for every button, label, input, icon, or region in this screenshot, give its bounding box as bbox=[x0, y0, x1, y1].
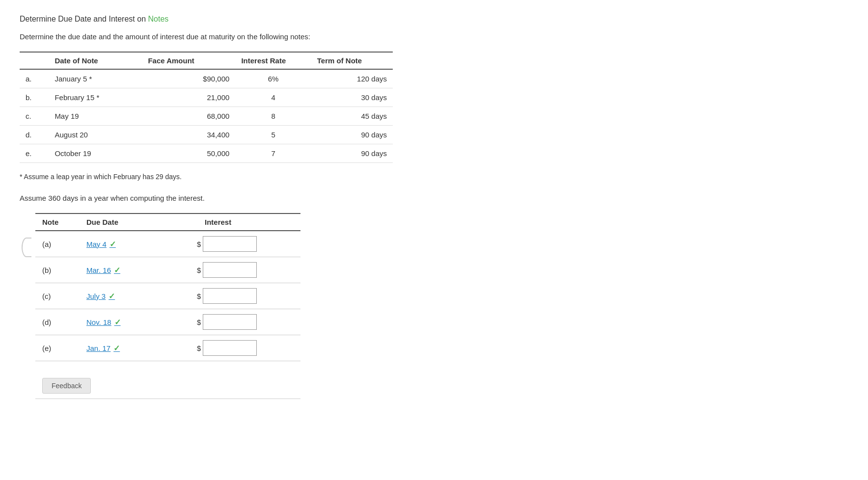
row-date: October 19 bbox=[49, 144, 142, 163]
answer-section: Note Due Date Interest (a) May 4 ✓ $ (b) bbox=[20, 213, 848, 399]
th-interest-rate: Interest Rate bbox=[235, 52, 311, 69]
interest-input-a[interactable] bbox=[203, 236, 257, 252]
due-date-text: July 3 bbox=[86, 292, 106, 300]
due-date-text: Mar. 16 bbox=[86, 266, 111, 274]
data-table-row: e. October 19 50,000 7 90 days bbox=[20, 144, 393, 163]
feedback-button[interactable]: Feedback bbox=[42, 378, 91, 394]
data-table: Date of Note Face Amount Interest Rate T… bbox=[20, 52, 393, 163]
answer-due-date: Jan. 17 ✓ bbox=[80, 335, 190, 361]
row-date: February 15 * bbox=[49, 88, 142, 107]
row-amount: 34,400 bbox=[142, 126, 235, 144]
data-table-row: b. February 15 * 21,000 4 30 days bbox=[20, 88, 393, 107]
feedback-cell: Feedback bbox=[35, 361, 300, 399]
row-rate: 5 bbox=[235, 126, 311, 144]
row-date: May 19 bbox=[49, 107, 142, 126]
th-note: Note bbox=[35, 213, 80, 231]
interest-input-e[interactable] bbox=[203, 340, 257, 356]
row-label: e. bbox=[20, 144, 49, 163]
data-table-row: a. January 5 * $90,000 6% 120 days bbox=[20, 69, 393, 88]
footnote-text: * Assume a leap year in which February h… bbox=[20, 173, 848, 181]
answer-note-label: (d) bbox=[35, 309, 80, 335]
row-amount: 68,000 bbox=[142, 107, 235, 126]
th-date-of-note: Date of Note bbox=[49, 52, 142, 69]
row-rate: 8 bbox=[235, 107, 311, 126]
answer-note-label: (a) bbox=[35, 231, 80, 257]
row-amount: 21,000 bbox=[142, 88, 235, 107]
data-table-row: d. August 20 34,400 5 90 days bbox=[20, 126, 393, 144]
answer-table-row: (b) Mar. 16 ✓ $ bbox=[35, 257, 300, 283]
checkmark-icon: ✓ bbox=[113, 344, 120, 353]
answer-table-row: (a) May 4 ✓ $ bbox=[35, 231, 300, 257]
checkmark-icon: ✓ bbox=[114, 266, 120, 275]
row-label: c. bbox=[20, 107, 49, 126]
row-label: d. bbox=[20, 126, 49, 144]
answer-due-date: May 4 ✓ bbox=[80, 231, 190, 257]
left-arrow-indicator bbox=[20, 233, 33, 262]
answer-table: Note Due Date Interest (a) May 4 ✓ $ (b) bbox=[35, 213, 300, 399]
row-amount: $90,000 bbox=[142, 69, 235, 88]
th-interest: Interest bbox=[190, 213, 300, 231]
data-table-row: c. May 19 68,000 8 45 days bbox=[20, 107, 393, 126]
arrow-shape bbox=[22, 238, 31, 257]
row-date: August 20 bbox=[49, 126, 142, 144]
due-date-text: May 4 bbox=[86, 240, 107, 248]
interest-input-b[interactable] bbox=[203, 262, 257, 278]
row-date: January 5 * bbox=[49, 69, 142, 88]
row-term: 30 days bbox=[311, 88, 393, 107]
th-due-date: Due Date bbox=[80, 213, 190, 231]
row-amount: 50,000 bbox=[142, 144, 235, 163]
row-rate: 6% bbox=[235, 69, 311, 88]
th-term-of-note: Term of Note bbox=[311, 52, 393, 69]
row-term: 45 days bbox=[311, 107, 393, 126]
answer-interest-cell: $ bbox=[190, 335, 300, 361]
answer-table-row: (c) July 3 ✓ $ bbox=[35, 283, 300, 309]
dollar-sign: $ bbox=[197, 292, 201, 300]
answer-interest-cell: $ bbox=[190, 231, 300, 257]
row-term: 120 days bbox=[311, 69, 393, 88]
answer-note-label: (c) bbox=[35, 283, 80, 309]
assumption-text: Assume 360 days in a year when computing… bbox=[20, 194, 848, 202]
answer-table-row: (e) Jan. 17 ✓ $ bbox=[35, 335, 300, 361]
checkmark-icon: ✓ bbox=[109, 240, 116, 249]
dollar-sign: $ bbox=[197, 344, 201, 352]
dollar-sign: $ bbox=[197, 318, 201, 326]
answer-due-date: July 3 ✓ bbox=[80, 283, 190, 309]
row-term: 90 days bbox=[311, 144, 393, 163]
answer-due-date: Nov. 18 ✓ bbox=[80, 309, 190, 335]
row-term: 90 days bbox=[311, 126, 393, 144]
checkmark-icon: ✓ bbox=[108, 292, 115, 301]
due-date-text: Jan. 17 bbox=[86, 344, 110, 352]
due-date-text: Nov. 18 bbox=[86, 318, 111, 326]
page-title: Determine Due Date and Interest on Notes bbox=[20, 15, 848, 24]
answer-due-date: Mar. 16 ✓ bbox=[80, 257, 190, 283]
interest-input-d[interactable] bbox=[203, 314, 257, 330]
interest-input-c[interactable] bbox=[203, 288, 257, 304]
answer-note-label: (e) bbox=[35, 335, 80, 361]
feedback-row: Feedback bbox=[35, 361, 300, 399]
answer-table-row: (d) Nov. 18 ✓ $ bbox=[35, 309, 300, 335]
row-label: b. bbox=[20, 88, 49, 107]
intro-text: Determine the due date and the amount of… bbox=[20, 32, 848, 41]
answer-interest-cell: $ bbox=[190, 257, 300, 283]
answer-note-label: (b) bbox=[35, 257, 80, 283]
dollar-sign: $ bbox=[197, 240, 201, 248]
answer-interest-cell: $ bbox=[190, 309, 300, 335]
dollar-sign: $ bbox=[197, 266, 201, 274]
row-label: a. bbox=[20, 69, 49, 88]
th-empty bbox=[20, 52, 49, 69]
row-rate: 4 bbox=[235, 88, 311, 107]
answer-interest-cell: $ bbox=[190, 283, 300, 309]
checkmark-icon: ✓ bbox=[114, 318, 121, 327]
th-face-amount: Face Amount bbox=[142, 52, 235, 69]
notes-link[interactable]: Notes bbox=[148, 15, 168, 23]
row-rate: 7 bbox=[235, 144, 311, 163]
